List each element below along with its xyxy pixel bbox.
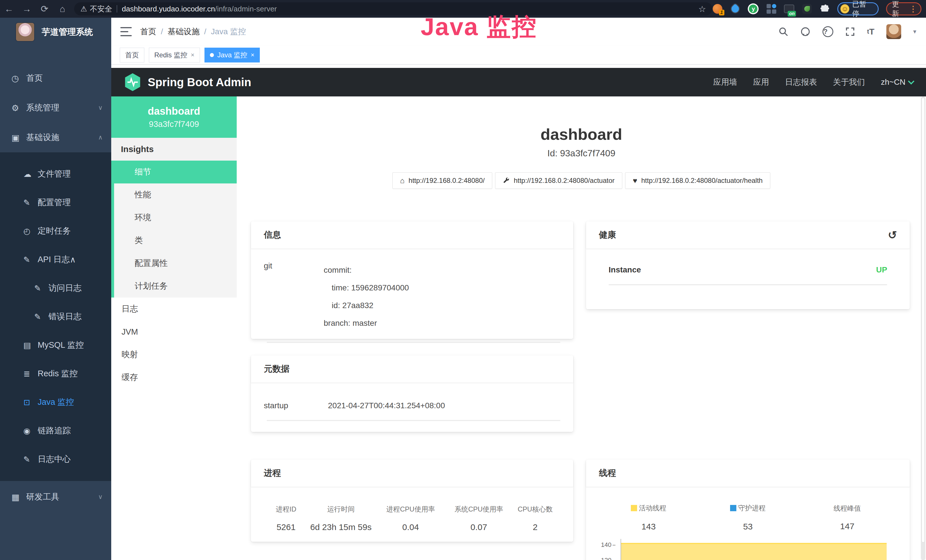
instance-id: 93a3fc7f7409 bbox=[149, 120, 199, 129]
sba-nav-wall[interactable]: 应用墙 bbox=[713, 77, 737, 88]
language-selector[interactable]: zh~CN bbox=[881, 77, 914, 87]
scrollbar-thumb[interactable] bbox=[921, 98, 925, 543]
chrome-update-button[interactable]: 更新 ⋮ bbox=[886, 2, 921, 15]
chevron-down-icon: ∨ bbox=[98, 493, 103, 501]
github-icon[interactable] bbox=[800, 27, 811, 37]
close-icon[interactable]: × bbox=[191, 51, 195, 59]
text-size-icon[interactable]: tT bbox=[867, 27, 875, 36]
close-icon[interactable]: × bbox=[251, 51, 254, 59]
health-url-button[interactable]: ♥ http://192.168.0.2:48080/actuator/heal… bbox=[625, 172, 770, 189]
chevron-up-icon: ∧ bbox=[70, 255, 76, 265]
sba-item-classes[interactable]: 类 bbox=[111, 229, 237, 252]
instance-name: dashboard bbox=[148, 105, 200, 117]
sba-item-scheduled-tasks[interactable]: 计划任务 bbox=[111, 275, 237, 298]
process-table: 进程ID 5261 运行时间 6d 23h 15m 59s 进程CPU使用率 0… bbox=[264, 499, 560, 532]
sba-nav-about[interactable]: 关于我们 bbox=[833, 77, 865, 88]
sba-nav-applications[interactable]: 应用 bbox=[753, 77, 769, 88]
extension-icon-green-circle[interactable]: y bbox=[748, 3, 759, 14]
column-header: 进程ID bbox=[264, 505, 308, 514]
bookmark-star-icon[interactable]: ☆ bbox=[698, 4, 706, 14]
metadata-card-body: startup 2021-04-27T00:44:31.254+08:00 bbox=[251, 383, 573, 430]
sidebar-item-label: Java 监控 bbox=[38, 397, 74, 408]
sidebar-item-error-log[interactable]: ✎ 错误日志 bbox=[0, 303, 111, 331]
sba-body: dashboard 93a3fc7f7409 Insights 细节 性能 环境… bbox=[111, 97, 926, 389]
sba-item-jvm[interactable]: JVM bbox=[111, 320, 237, 343]
update-label: 更新 bbox=[892, 0, 905, 18]
extension-icon-grid[interactable] bbox=[766, 3, 776, 14]
legend-label: 线程峰值 bbox=[834, 504, 861, 513]
peak-threads-value: 147 bbox=[798, 522, 897, 531]
sidebar-item-home[interactable]: ◷ 首页 bbox=[0, 64, 111, 93]
sidebar-item-java-monitor[interactable]: ⊡ Java 监控 bbox=[0, 388, 111, 416]
live-threads-value: 143 bbox=[599, 522, 698, 531]
actuator-url-button[interactable]: http://192.168.0.2:48080/actuator bbox=[495, 172, 622, 189]
sidebar-item-api-log[interactable]: ✎ API 日志 ∧ bbox=[0, 245, 111, 274]
sba-item-environment[interactable]: 环境 bbox=[111, 206, 237, 229]
tag-home[interactable]: 首页 bbox=[120, 48, 144, 62]
sidebar-item-infra[interactable]: ▣ 基础设施 ∧ bbox=[0, 123, 111, 152]
extension-icon-pin[interactable] bbox=[730, 3, 740, 14]
user-avatar[interactable] bbox=[887, 24, 901, 39]
extension-icon-orange[interactable]: 1 bbox=[713, 3, 723, 14]
sba-item-metrics[interactable]: 性能 bbox=[111, 183, 237, 206]
instance-header[interactable]: dashboard 93a3fc7f7409 bbox=[111, 97, 237, 138]
sba-brand[interactable]: Spring Boot Admin bbox=[124, 73, 251, 92]
sba-item-caches[interactable]: 缓存 bbox=[111, 366, 237, 389]
fullscreen-icon[interactable] bbox=[845, 27, 855, 36]
extensions-puzzle-icon[interactable] bbox=[820, 3, 830, 14]
sidebar-item-access-log[interactable]: ✎ 访问日志 bbox=[0, 274, 111, 303]
history-icon[interactable]: ↺ bbox=[888, 229, 897, 241]
sidebar-item-label: 基础设施 bbox=[26, 132, 59, 143]
health-instance-label: Instance bbox=[608, 265, 641, 274]
sidebar-item-file[interactable]: ☁ 文件管理 bbox=[0, 160, 111, 188]
sba-item-logs[interactable]: 日志 bbox=[111, 298, 237, 320]
sba-item-mappings[interactable]: 映射 bbox=[111, 343, 237, 366]
sba-nav-journal[interactable]: 日志报表 bbox=[785, 77, 817, 88]
tag-redis-monitor[interactable]: Redis 监控 × bbox=[149, 48, 200, 62]
cell-system-cpu: 0.07 bbox=[448, 522, 510, 532]
reload-icon[interactable]: ⟳ bbox=[36, 3, 54, 14]
forward-icon[interactable]: → bbox=[18, 4, 36, 14]
url-path: /infra/admin-server bbox=[215, 5, 277, 14]
security-label[interactable]: 不安全 bbox=[90, 4, 112, 14]
sba-item-details[interactable]: 细节 bbox=[111, 160, 237, 183]
profile-paused-pill[interactable]: ☺ 已暂停 bbox=[837, 2, 878, 15]
caret-down-icon[interactable]: ▾ bbox=[913, 28, 916, 35]
sidebar-item-job[interactable]: ◴ 定时任务 bbox=[0, 217, 111, 245]
help-icon[interactable]: ? bbox=[823, 26, 833, 37]
back-icon[interactable]: ← bbox=[0, 4, 18, 14]
cell-pid: 5261 bbox=[264, 522, 308, 532]
sidebar-item-label: 链路追踪 bbox=[38, 425, 71, 436]
sidebar-item-trace[interactable]: ◉ 链路追踪 bbox=[0, 416, 111, 445]
sidebar-item-redis[interactable]: ≣ Redis 监控 bbox=[0, 359, 111, 388]
extension-icon-leaf[interactable] bbox=[802, 3, 812, 14]
breadcrumb-home[interactable]: 首页 bbox=[140, 26, 156, 37]
service-url: http://192.168.0.2:48080/ bbox=[409, 177, 485, 185]
app-brand-name: 芋道管理系统 bbox=[42, 26, 93, 38]
app-brand[interactable]: 芋道管理系统 bbox=[0, 18, 111, 46]
collapse-sidebar-icon[interactable] bbox=[120, 27, 132, 36]
search-icon[interactable] bbox=[779, 27, 788, 36]
card-title: 元数据 bbox=[264, 363, 289, 375]
legend-label: 守护进程 bbox=[738, 504, 766, 513]
sidebar-item-devtool[interactable]: ▦ 研发工具 ∨ bbox=[0, 482, 111, 512]
extension-icon-on[interactable]: on bbox=[784, 3, 794, 14]
y-tick: 120 bbox=[599, 557, 616, 560]
sba-item-config-props[interactable]: 配置属性 bbox=[111, 252, 237, 275]
service-url-button[interactable]: ⌂ http://192.168.0.2:48080/ bbox=[392, 172, 493, 189]
sidebar-item-mysql[interactable]: ▤ MySQL 监控 bbox=[0, 331, 111, 359]
home-icon[interactable]: ⌂ bbox=[54, 4, 71, 14]
sidebar-item-log-center[interactable]: ✎ 日志中心 bbox=[0, 445, 111, 474]
browser-menu-icon[interactable]: ⋮ bbox=[909, 4, 917, 14]
breadcrumb-current: Java 监控 bbox=[211, 26, 246, 37]
address-bar[interactable]: ⚠ 不安全 dashboard.yudao.iocoder.cn/infra/a… bbox=[74, 2, 713, 15]
sidebar-item-config[interactable]: ✎ 配置管理 bbox=[0, 188, 111, 217]
scrollbar[interactable] bbox=[921, 97, 925, 560]
card-title: 信息 bbox=[264, 229, 281, 241]
breadcrumb-infra[interactable]: 基础设施 bbox=[168, 26, 200, 37]
monitor-icon: ▣ bbox=[11, 133, 26, 143]
chevron-down-icon: ∨ bbox=[98, 104, 103, 112]
sidebar-item-system[interactable]: ⚙ 系统管理 ∨ bbox=[0, 93, 111, 123]
infra-submenu: ☁ 文件管理 ✎ 配置管理 ◴ 定时任务 ✎ API 日志 ∧ ✎ bbox=[0, 152, 111, 481]
tag-java-monitor[interactable]: Java 监控 × bbox=[204, 48, 260, 62]
